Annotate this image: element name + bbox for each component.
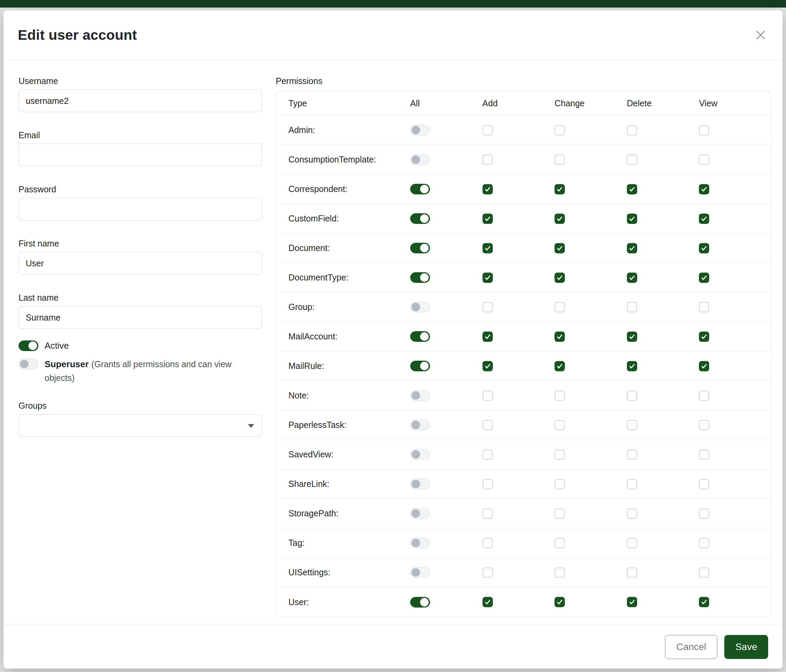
permission-delete-checkbox[interactable] (627, 597, 637, 607)
superuser-toggle[interactable] (19, 359, 38, 369)
permission-view-checkbox[interactable] (699, 331, 709, 342)
permission-delete-checkbox[interactable] (627, 184, 637, 195)
permission-change-checkbox[interactable] (555, 361, 565, 371)
permission-view-checkbox[interactable] (699, 449, 709, 460)
permission-add-checkbox[interactable] (483, 125, 493, 135)
permission-add-checkbox[interactable] (483, 597, 493, 607)
permission-type-label: UISettings: (276, 567, 410, 577)
permission-view-checkbox[interactable] (699, 302, 709, 312)
permission-change-checkbox[interactable] (555, 449, 565, 460)
permission-add-checkbox[interactable] (483, 184, 493, 195)
last-name-input[interactable] (19, 306, 262, 329)
permission-change-checkbox[interactable] (555, 214, 565, 224)
permission-add-checkbox[interactable] (483, 479, 493, 489)
permission-change-checkbox[interactable] (555, 509, 565, 519)
email-input[interactable] (19, 144, 262, 166)
permission-type-label: Correspondent: (276, 184, 410, 194)
permission-change-checkbox[interactable] (555, 125, 565, 135)
permission-add-checkbox[interactable] (483, 420, 493, 430)
permission-delete-checkbox[interactable] (627, 391, 637, 401)
permission-all-toggle[interactable] (410, 125, 430, 135)
permission-change-checkbox[interactable] (555, 273, 565, 283)
permission-add-checkbox[interactable] (483, 302, 493, 312)
permission-delete-checkbox[interactable] (627, 509, 637, 519)
permission-change-checkbox[interactable] (555, 302, 565, 312)
permission-view-checkbox[interactable] (699, 567, 709, 578)
username-input[interactable] (19, 89, 262, 112)
permission-all-toggle[interactable] (410, 597, 430, 608)
first-name-input[interactable] (19, 252, 262, 275)
permission-change-checkbox[interactable] (555, 184, 565, 195)
permission-view-checkbox[interactable] (699, 391, 709, 401)
password-input[interactable] (19, 198, 262, 220)
permission-change-checkbox[interactable] (555, 597, 565, 607)
permission-change-checkbox[interactable] (555, 420, 565, 430)
permission-delete-checkbox[interactable] (627, 479, 637, 489)
permission-delete-checkbox[interactable] (627, 567, 637, 578)
groups-select[interactable] (19, 414, 262, 437)
permission-add-checkbox[interactable] (483, 449, 493, 460)
permission-delete-checkbox[interactable] (627, 125, 637, 135)
permission-change-checkbox[interactable] (555, 331, 565, 342)
permission-all-toggle[interactable] (410, 449, 430, 460)
permission-change-checkbox[interactable] (555, 155, 565, 165)
permission-all-toggle[interactable] (410, 302, 430, 312)
save-button[interactable]: Save (724, 635, 768, 659)
permission-view-checkbox[interactable] (699, 184, 709, 195)
permission-delete-checkbox[interactable] (627, 420, 637, 430)
permission-view-checkbox[interactable] (699, 243, 709, 253)
permission-delete-checkbox[interactable] (627, 361, 637, 371)
permission-all-toggle[interactable] (410, 479, 430, 489)
permission-all-toggle[interactable] (410, 508, 430, 519)
permission-view-checkbox[interactable] (699, 479, 709, 489)
permission-delete-checkbox[interactable] (627, 449, 637, 460)
permission-view-checkbox[interactable] (699, 597, 709, 607)
permission-delete-checkbox[interactable] (627, 243, 637, 253)
permission-change-checkbox[interactable] (555, 479, 565, 489)
permission-view-checkbox[interactable] (699, 214, 709, 224)
permission-all-toggle[interactable] (410, 272, 430, 283)
permission-all-toggle[interactable] (410, 390, 430, 401)
permission-delete-checkbox[interactable] (627, 214, 637, 224)
permission-all-toggle[interactable] (410, 184, 430, 195)
permission-all-toggle[interactable] (410, 243, 430, 253)
permission-delete-checkbox[interactable] (627, 302, 637, 312)
permission-add-checkbox[interactable] (483, 361, 493, 371)
permission-add-checkbox[interactable] (483, 567, 493, 578)
permission-view-checkbox[interactable] (699, 361, 709, 371)
permission-add-checkbox[interactable] (483, 155, 493, 165)
permission-all-toggle[interactable] (410, 361, 430, 371)
permission-all-toggle[interactable] (410, 213, 430, 224)
active-toggle[interactable] (19, 341, 38, 351)
permission-change-checkbox[interactable] (555, 243, 565, 253)
permission-view-checkbox[interactable] (699, 273, 709, 283)
permission-view-checkbox[interactable] (699, 538, 709, 548)
permission-view-checkbox[interactable] (699, 420, 709, 430)
permission-change-checkbox[interactable] (555, 567, 565, 578)
permission-change-checkbox[interactable] (555, 538, 565, 548)
permission-add-checkbox[interactable] (483, 243, 493, 253)
permission-all-toggle[interactable] (410, 420, 430, 430)
permission-add-checkbox[interactable] (483, 331, 493, 342)
close-icon[interactable] (753, 27, 768, 42)
permission-add-checkbox[interactable] (483, 509, 493, 519)
permission-delete-checkbox[interactable] (627, 331, 637, 342)
first-name-label: First name (19, 238, 262, 248)
permission-view-checkbox[interactable] (699, 509, 709, 519)
permission-view-checkbox[interactable] (699, 125, 709, 135)
permission-all-toggle[interactable] (410, 567, 430, 578)
permission-delete-checkbox[interactable] (627, 273, 637, 283)
permission-add-checkbox[interactable] (483, 391, 493, 401)
permission-all-toggle[interactable] (410, 154, 430, 165)
permission-add-checkbox[interactable] (483, 273, 493, 283)
permission-view-checkbox[interactable] (699, 155, 709, 165)
permission-add-checkbox[interactable] (483, 214, 493, 224)
permission-delete-checkbox[interactable] (627, 538, 637, 548)
permission-add-checkbox[interactable] (483, 538, 493, 548)
permission-all-toggle[interactable] (410, 538, 430, 548)
permission-delete-checkbox[interactable] (627, 155, 637, 165)
permission-all-toggle[interactable] (410, 331, 430, 342)
permission-row: ShareLink: (276, 469, 771, 499)
cancel-button[interactable]: Cancel (665, 635, 717, 659)
permission-change-checkbox[interactable] (555, 391, 565, 401)
